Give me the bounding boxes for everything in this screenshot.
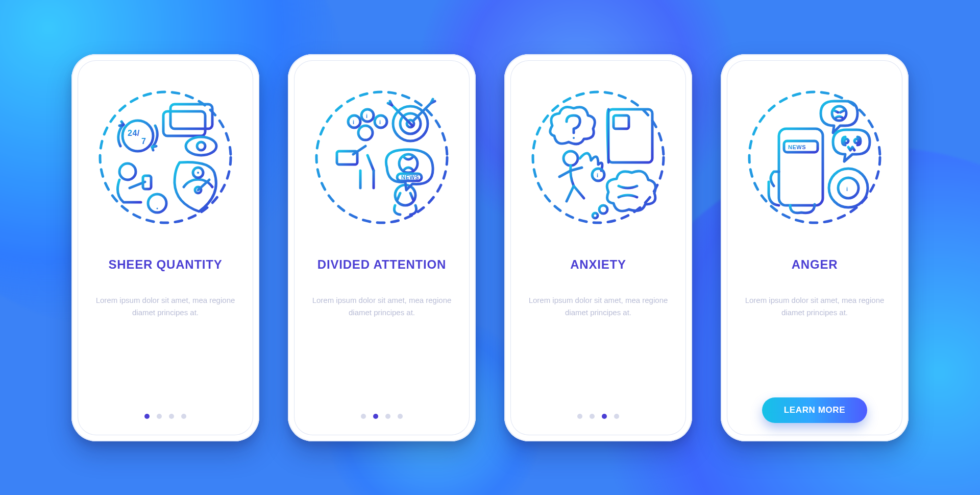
anxiety-icon: i (527, 86, 670, 229)
screen-title: DIVIDED ATTENTION (317, 257, 446, 272)
learn-more-button[interactable]: LEARN MORE (762, 397, 867, 423)
svg-point-49 (564, 151, 578, 166)
svg-point-4 (186, 137, 216, 155)
svg-text:i: i (597, 172, 599, 178)
svg-point-61 (832, 106, 846, 121)
onboarding-screen-4: NEWS (721, 54, 909, 441)
svg-point-52 (599, 205, 607, 214)
dot-2[interactable] (590, 414, 595, 419)
dot-1[interactable] (144, 414, 150, 419)
screen-title: ANGER (792, 257, 838, 272)
dot-4[interactable] (398, 414, 403, 419)
svg-text:i: i (353, 119, 355, 125)
screen-desc: Lorem ipsum dolor sit amet, mea regione … (89, 294, 242, 319)
dot-1[interactable] (577, 414, 582, 419)
svg-point-23 (358, 126, 373, 140)
screen-title: ANXIETY (570, 257, 626, 272)
news-badge-text: NEWS (788, 144, 806, 150)
svg-point-5 (197, 142, 205, 150)
dot-4[interactable] (614, 414, 619, 419)
dot-3[interactable] (385, 414, 390, 419)
svg-line-62 (834, 110, 838, 112)
pagination-dots (361, 414, 403, 423)
svg-line-63 (840, 110, 844, 112)
onboarding-screen-3: i ANXIETY Lorem ipsum dolor sit amet, me… (504, 54, 692, 441)
svg-point-64 (844, 139, 848, 143)
svg-point-48 (573, 137, 575, 139)
svg-text:i: i (379, 119, 381, 125)
dot-2[interactable] (157, 414, 162, 419)
sheer-quantity-icon: 24/ 7 (94, 86, 237, 229)
dot-2[interactable] (373, 414, 378, 419)
news-badge-text: NEWS (401, 174, 419, 180)
dot-3[interactable] (169, 414, 174, 419)
dot-4[interactable] (181, 414, 186, 419)
onboarding-screen-2: i i i NEWS DIVIDED ATTENTION Lo (288, 54, 476, 441)
svg-point-16 (157, 207, 158, 209)
badge-7-text: 7 (141, 137, 146, 146)
svg-text:i: i (366, 113, 368, 119)
svg-text:i: i (846, 186, 848, 192)
svg-point-67 (838, 178, 859, 198)
screen-desc: Lorem ipsum dolor sit amet, mea regione … (522, 294, 675, 319)
dot-3[interactable] (602, 414, 607, 419)
dot-1[interactable] (361, 414, 366, 419)
onboarding-screen-1: 24/ 7 (71, 54, 259, 441)
pagination-dots (577, 414, 619, 423)
svg-rect-40 (614, 115, 629, 129)
svg-point-53 (593, 213, 598, 218)
badge-24-text: 24/ (128, 129, 140, 137)
screen-title: SHEER QUANTITY (108, 257, 222, 272)
anger-icon: NEWS (743, 86, 886, 229)
svg-rect-8 (143, 176, 151, 189)
svg-point-12 (197, 172, 199, 174)
screen-desc: Lorem ipsum dolor sit amet, mea regione … (738, 294, 891, 319)
screen-desc: Lorem ipsum dolor sit amet, mea regione … (305, 294, 458, 319)
svg-point-7 (119, 163, 136, 180)
pagination-dots (144, 414, 186, 423)
divided-attention-icon: i i i NEWS (310, 86, 453, 229)
svg-point-65 (854, 139, 859, 143)
onboarding-stage: 24/ 7 (71, 54, 909, 441)
